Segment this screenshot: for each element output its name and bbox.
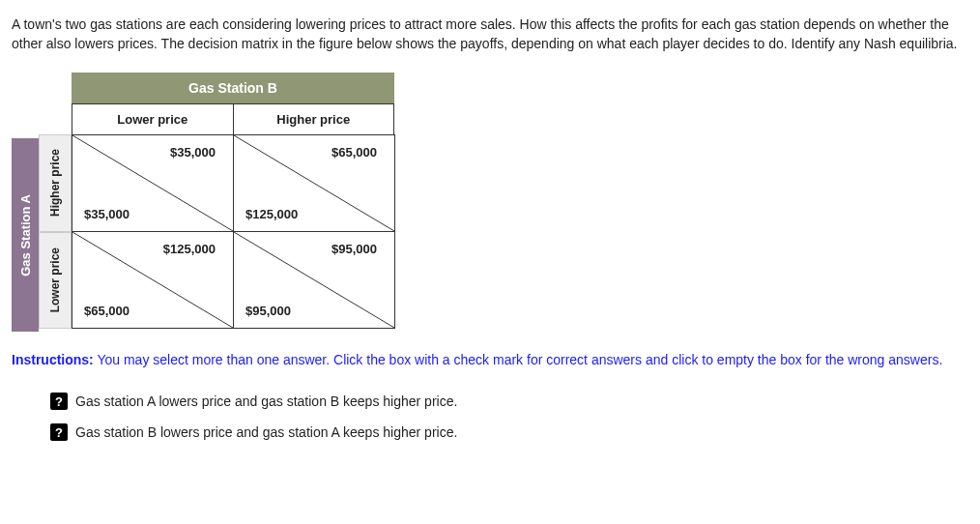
checkbox[interactable]: ?: [50, 393, 68, 410]
answer-text: Gas station B lowers price and gas stati…: [75, 424, 457, 440]
row-headers: Higher price Lower price: [39, 134, 72, 329]
instructions: Instructions: You may select more than o…: [12, 351, 968, 369]
payoff-a: $35,000: [84, 207, 130, 221]
payoff-a: $95,000: [245, 304, 291, 318]
payoff-b: $65,000: [331, 145, 377, 160]
payoff-matrix: Gas Station A Gas Station B Lower price …: [12, 73, 968, 332]
answer-text: Gas station A lowers price and gas stati…: [75, 393, 457, 409]
row-header-higher: Higher price: [39, 134, 72, 232]
instructions-text: You may select more than one answer. Cli…: [94, 352, 943, 367]
instructions-label: Instructions:: [12, 352, 94, 367]
answer-option: ? Gas station A lowers price and gas sta…: [50, 393, 968, 410]
checkbox[interactable]: ?: [50, 423, 68, 441]
answer-list: ? Gas station A lowers price and gas sta…: [12, 393, 968, 441]
cell-higher-lower: $35,000 $35,000: [72, 134, 233, 231]
answer-option: ? Gas station B lowers price and gas sta…: [50, 423, 968, 441]
col-header-lower: Lower price: [72, 104, 233, 134]
payoff-b: $35,000: [170, 145, 216, 160]
payoff-b: $95,000: [331, 242, 377, 256]
payoff-b: $125,000: [163, 242, 216, 256]
player-a-text: Gas Station A: [18, 194, 33, 277]
cell-higher-higher: $65,000 $125,000: [233, 134, 394, 231]
cell-lower-higher: $95,000 $95,000: [233, 231, 394, 328]
player-a-label: Gas Station A: [12, 138, 39, 332]
cell-lower-lower: $125,000 $65,000: [72, 231, 233, 328]
column-headers: Lower price Higher price: [72, 103, 394, 134]
payoff-a: $65,000: [84, 304, 130, 318]
row-header-lower: Lower price: [39, 232, 72, 330]
payoff-a: $125,000: [245, 207, 298, 221]
col-header-higher: Higher price: [233, 104, 394, 134]
player-b-label: Gas Station B: [72, 73, 394, 103]
question-text: A town's two gas stations are each consi…: [12, 15, 968, 53]
